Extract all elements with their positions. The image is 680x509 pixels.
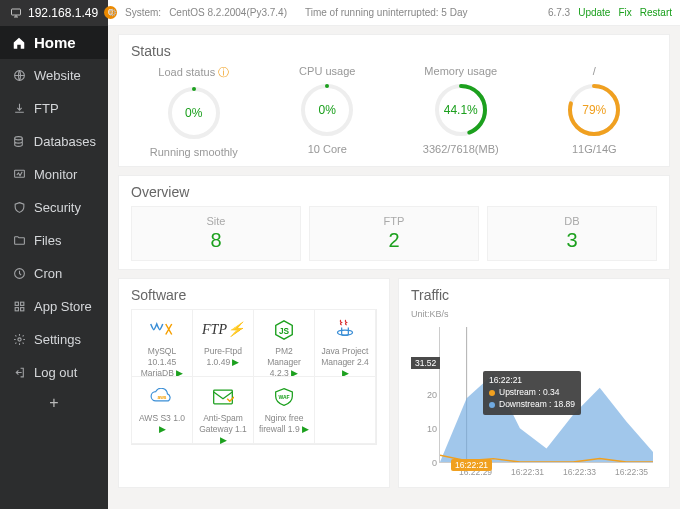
software-item[interactable]: MySQL 10.1.45 MariaDB ▶ [131, 309, 193, 377]
shield-icon [12, 201, 26, 215]
sidebar-item-monitor[interactable]: Monitor [0, 158, 108, 191]
folder-icon [12, 234, 26, 248]
status-card[interactable]: / 79% 11G/14G [532, 65, 658, 158]
software-item[interactable]: FTP⚡Pure-Ftpd 1.0.49 ▶ [192, 309, 254, 377]
monitor-icon [10, 6, 22, 20]
status-card[interactable]: Memory usage 44.1% 3362/7618(MB) [398, 65, 524, 158]
software-name: Pure-Ftpd 1.0.49 ▶ [197, 346, 249, 368]
run-indicator: ▶ [300, 424, 309, 434]
status-header: / [532, 65, 658, 77]
software-name: PM2 Manager 4.2.3 ▶ [258, 346, 310, 379]
sidebar-item-files[interactable]: Files [0, 224, 108, 257]
appstore-icon [12, 300, 26, 314]
software-icon [197, 385, 249, 409]
svg-rect-5 [15, 302, 18, 305]
software-name: AWS S3 1.0 ▶ [136, 413, 188, 435]
software-item[interactable]: awsAWS S3 1.0 ▶ [131, 376, 193, 444]
sidebar-item-app-store[interactable]: App Store [0, 290, 108, 323]
gear-icon [12, 333, 26, 347]
software-item[interactable]: WAFNginx free firewall 1.9 ▶ [253, 376, 315, 444]
cron-icon [12, 267, 26, 281]
svg-text:aws: aws [158, 395, 167, 400]
software-item[interactable]: Anti-Spam Gateway 1.1 ▶ [192, 376, 254, 444]
software-name: MySQL 10.1.45 MariaDB ▶ [136, 346, 188, 379]
traffic-title: Traffic [411, 287, 657, 303]
sidebar-label: FTP [34, 101, 59, 116]
software-name: Nginx free firewall 1.9 ▶ [258, 413, 310, 435]
donut-gauge: 0% [298, 81, 356, 139]
sidebar-item-settings[interactable]: Settings [0, 323, 108, 356]
status-header: Memory usage [398, 65, 524, 77]
fix-link[interactable]: Fix [618, 7, 631, 18]
sidebar-label: App Store [34, 299, 92, 314]
status-header: CPU usage [265, 65, 391, 77]
status-footer: 3362/7618(MB) [398, 143, 524, 155]
software-item[interactable]: Java Project Manager 2.4 ▶ [314, 309, 376, 377]
sidebar-item-home[interactable]: Home [0, 26, 108, 59]
sidebar-add[interactable]: + [0, 389, 108, 417]
software-icon: WAF [258, 385, 310, 409]
svg-point-9 [17, 338, 20, 341]
software-title: Software [131, 287, 377, 303]
software-icon [136, 318, 188, 342]
sidebar-item-ftp[interactable]: FTP [0, 92, 108, 125]
system-label: System: [125, 7, 161, 18]
home-icon [12, 36, 26, 50]
ov-value: 3 [488, 229, 656, 252]
svg-rect-8 [20, 308, 23, 311]
svg-rect-7 [15, 308, 18, 311]
sidebar-item-security[interactable]: Security [0, 191, 108, 224]
globe-icon [12, 69, 26, 83]
software-icon: FTP⚡ [197, 318, 249, 342]
ov-label: DB [488, 215, 656, 227]
software-icon: aws [136, 385, 188, 409]
sidebar-label: Cron [34, 266, 62, 281]
sidebar-label: Log out [34, 365, 77, 380]
donut-value: 0% [165, 84, 223, 142]
tooltip-down: Downstream : 18.89 [499, 399, 575, 411]
ov-label: FTP [310, 215, 478, 227]
software-icon [319, 318, 371, 342]
ov-value: 2 [310, 229, 478, 252]
sidebar-label: Monitor [34, 167, 77, 182]
sidebar-item-cron[interactable]: Cron [0, 257, 108, 290]
sidebar-label: Databases [34, 134, 96, 149]
status-card[interactable]: CPU usage 0% 10 Core [265, 65, 391, 158]
restart-link[interactable]: Restart [640, 7, 672, 18]
sidebar-item-website[interactable]: Website [0, 59, 108, 92]
overview-card[interactable]: Site8 [131, 206, 301, 261]
software-item[interactable]: JSPM2 Manager 4.2.3 ▶ [253, 309, 315, 377]
overview-card[interactable]: FTP2 [309, 206, 479, 261]
ftp-icon [12, 102, 26, 116]
chart-tooltip: 16:22:21 Upstream : 0.34 Downstream : 18… [483, 371, 581, 415]
donut-value: 79% [565, 81, 623, 139]
x-tick: 16:22:35 [615, 467, 648, 477]
svg-text:JS: JS [279, 327, 290, 336]
y-tick: 20 [417, 390, 437, 400]
sidebar: HomeWebsiteFTPDatabasesMonitorSecurityFi… [0, 26, 108, 509]
software-empty [314, 376, 376, 444]
update-link[interactable]: Update [578, 7, 610, 18]
status-panel: Status Load status ⓘ 0% Running smoothly… [118, 34, 670, 167]
status-card[interactable]: Load status ⓘ 0% Running smoothly [131, 65, 257, 158]
overview-card[interactable]: DB3 [487, 206, 657, 261]
donut-value: 44.1% [432, 81, 490, 139]
y-highlight-badge: 31.52 [411, 357, 440, 369]
tooltip-up: Upstream : 0.34 [499, 387, 559, 399]
help-icon[interactable]: ⓘ [218, 66, 229, 78]
software-name: Anti-Spam Gateway 1.1 ▶ [197, 413, 249, 446]
sidebar-item-log-out[interactable]: Log out [0, 356, 108, 389]
software-icon: JS [258, 318, 310, 342]
donut-value: 0% [298, 81, 356, 139]
sidebar-label: Website [34, 68, 81, 83]
svg-point-19 [338, 330, 353, 335]
svg-rect-6 [20, 302, 23, 305]
run-indicator: ▶ [159, 424, 166, 434]
sidebar-item-databases[interactable]: Databases [0, 125, 108, 158]
sidebar-label: Home [34, 34, 76, 51]
overview-title: Overview [131, 184, 657, 200]
gear-icon[interactable]: ⚙ [108, 7, 117, 18]
monitor-icon [12, 168, 26, 182]
status-footer: 10 Core [265, 143, 391, 155]
overview-panel: Overview Site8FTP2DB3 [118, 175, 670, 270]
